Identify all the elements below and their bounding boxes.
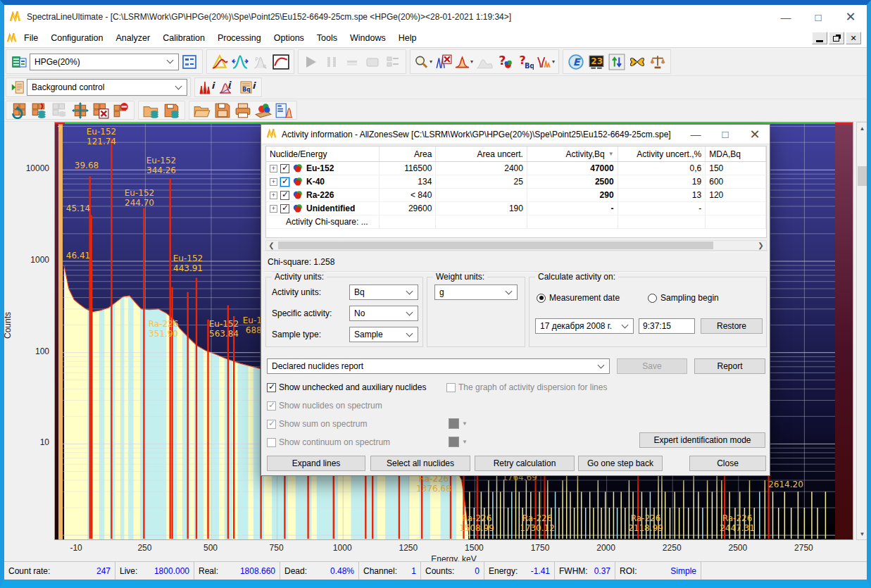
plot-vertical-scrollbar[interactable]: ▲ ▼ bbox=[856, 122, 867, 540]
task-combobox[interactable]: Background control bbox=[27, 79, 187, 96]
close-window-icon[interactable] bbox=[91, 101, 111, 120]
menu-item-processing[interactable]: Processing bbox=[211, 30, 268, 46]
show-unchecked-checkbox[interactable]: ✓Show unchecked and auxiliary nuclides bbox=[267, 382, 426, 392]
mdi-restore-button[interactable] bbox=[829, 32, 844, 44]
column-header[interactable]: Nuclide/Energy bbox=[266, 146, 380, 161]
balance-icon[interactable] bbox=[648, 53, 668, 71]
activity-question-icon[interactable]: ?Bq bbox=[515, 53, 535, 71]
menu-item-calibration[interactable]: Calibration bbox=[156, 30, 211, 46]
energy-scale-icon[interactable]: E bbox=[566, 53, 586, 71]
menu-item-options[interactable]: Options bbox=[268, 30, 311, 46]
color-swatch[interactable] bbox=[449, 418, 459, 429]
peak-search-icon[interactable] bbox=[230, 53, 250, 71]
color-swatch[interactable] bbox=[449, 437, 459, 447]
geometry-calibration-icon[interactable] bbox=[210, 53, 230, 71]
radio-icon[interactable] bbox=[648, 294, 657, 303]
save-file-icon[interactable] bbox=[213, 101, 232, 120]
select-all-nuclides-button[interactable]: Select all nuclides bbox=[370, 456, 470, 471]
save-to-db-icon[interactable] bbox=[162, 101, 182, 120]
continuum-color-picker[interactable]: ▼ bbox=[443, 437, 468, 447]
table-row[interactable]: +✓Unidentified29600190-- bbox=[266, 202, 766, 215]
specific-activity-combobox[interactable]: No bbox=[349, 306, 418, 321]
menu-item-windows[interactable]: Windows bbox=[344, 30, 392, 46]
sample-type-combobox[interactable]: Sample bbox=[349, 327, 418, 342]
dialog-maximize-button[interactable]: □ bbox=[710, 125, 740, 144]
delete-peaks-icon[interactable] bbox=[434, 53, 453, 71]
report-type-combobox[interactable]: Declared nuclides report bbox=[267, 358, 610, 374]
table-horizontal-scrollbar[interactable]: ❮ ❯ bbox=[265, 240, 767, 251]
table-row[interactable]: +✓Eu-1521165002400470000,6150 bbox=[266, 162, 766, 175]
go-one-step-back-button[interactable]: Go one step back bbox=[578, 456, 663, 471]
refresh-windows-icon[interactable] bbox=[9, 101, 29, 120]
open-file-icon[interactable] bbox=[192, 101, 212, 120]
nuclide-checkbox[interactable]: ✓ bbox=[280, 204, 289, 213]
menu-item-help[interactable]: Help bbox=[392, 30, 423, 46]
column-header[interactable]: Activity,Bq▼ bbox=[527, 146, 618, 161]
column-header[interactable]: Area bbox=[380, 146, 437, 161]
expand-row-icon[interactable]: + bbox=[270, 192, 277, 199]
sampling-begin-radio[interactable]: Sampling begin bbox=[648, 293, 719, 303]
expand-row-icon[interactable]: + bbox=[270, 165, 277, 173]
nuclide-table[interactable]: Nuclide/EnergyAreaArea uncert.Activity,B… bbox=[265, 146, 767, 238]
measurement-date-radio[interactable]: Measurement date bbox=[537, 293, 620, 303]
column-header[interactable]: MDA,Bq bbox=[706, 146, 766, 161]
weight-units-combobox[interactable]: g bbox=[434, 284, 518, 300]
load-window-set-icon[interactable] bbox=[30, 101, 49, 120]
report-button[interactable]: Report bbox=[694, 358, 765, 374]
scroll-down-icon[interactable]: ▼ bbox=[857, 528, 867, 539]
menu-item-tools[interactable]: Tools bbox=[311, 30, 344, 46]
scroll-up-icon[interactable]: ▲ bbox=[857, 123, 867, 134]
menu-item-configuration[interactable]: Configuration bbox=[44, 30, 109, 46]
time-field[interactable]: 9:37:15 bbox=[639, 318, 695, 334]
checkbox-icon[interactable]: ✓ bbox=[267, 383, 276, 392]
scroll-left-icon[interactable]: ❮ bbox=[266, 241, 277, 250]
scroll-thumb[interactable] bbox=[858, 166, 867, 186]
mdi-minimize-button[interactable] bbox=[812, 32, 827, 44]
sum-color-picker[interactable]: ▼ bbox=[443, 418, 468, 429]
close-all-windows-icon[interactable] bbox=[111, 101, 131, 120]
efficiency-curve-icon[interactable] bbox=[271, 53, 291, 71]
close-button[interactable]: ✕ bbox=[834, 5, 867, 29]
save-button[interactable]: Save bbox=[617, 358, 687, 374]
nuclide-checkbox[interactable]: ✓ bbox=[280, 164, 289, 173]
detector-combobox[interactable]: HPGe(20%) bbox=[30, 54, 179, 70]
column-header[interactable]: Activity uncert.,% bbox=[618, 146, 706, 161]
scroll-thumb[interactable] bbox=[278, 242, 713, 249]
colors-icon[interactable] bbox=[253, 101, 273, 120]
print-icon[interactable] bbox=[233, 101, 253, 120]
spectra-panel-icon[interactable] bbox=[9, 53, 29, 71]
peak-shape-icon[interactable]: ▾ bbox=[454, 53, 474, 71]
dialog-minimize-button[interactable]: — bbox=[681, 125, 710, 144]
maximize-button[interactable]: □ bbox=[802, 5, 834, 29]
expand-row-icon[interactable]: + bbox=[270, 178, 277, 186]
sort-order-icon[interactable] bbox=[607, 53, 627, 71]
radio-icon[interactable] bbox=[537, 294, 546, 303]
column-header[interactable]: Area uncert. bbox=[436, 146, 527, 161]
nuclide-library-icon[interactable] bbox=[627, 53, 647, 71]
menu-item-analyzer[interactable]: Analyzer bbox=[110, 30, 157, 46]
open-from-db-icon[interactable] bbox=[142, 101, 161, 120]
date-combobox[interactable]: 17 декабря 2008 г. bbox=[535, 318, 634, 334]
scroll-right-icon[interactable]: ❯ bbox=[756, 241, 766, 250]
run-task-icon[interactable] bbox=[9, 78, 26, 96]
start-acquisition-icon[interactable] bbox=[301, 53, 321, 71]
peak-info-icon[interactable]: i bbox=[218, 78, 238, 96]
activity-info-icon[interactable]: Bqi bbox=[239, 78, 258, 96]
nuclide-checkbox[interactable]: ✓ bbox=[280, 191, 289, 200]
nuclide-lines-icon[interactable]: ▾ bbox=[536, 53, 556, 71]
expert-mode-button[interactable]: Expert identification mode bbox=[639, 432, 765, 448]
table-row[interactable]: +✓Ra-226< 84029013120 bbox=[266, 189, 766, 202]
mdi-close-button[interactable]: ✕ bbox=[846, 32, 861, 44]
restore-button[interactable]: Restore bbox=[701, 318, 763, 334]
dialog-close-button[interactable]: ✕ bbox=[740, 125, 770, 144]
expand-row-icon[interactable]: + bbox=[270, 205, 277, 213]
expand-lines-button[interactable]: Expand lines bbox=[267, 456, 365, 471]
table-row[interactable]: +✓K-4013425250019600 bbox=[266, 175, 766, 189]
adc-settings-icon[interactable]: 23 bbox=[587, 53, 606, 71]
retry-calculation-button[interactable]: Retry calculation bbox=[475, 456, 575, 471]
spectrum-info-icon[interactable]: i bbox=[198, 78, 218, 96]
activity-units-combobox[interactable]: Bq bbox=[349, 284, 418, 300]
arrange-windows-icon[interactable] bbox=[70, 101, 90, 120]
close-dialog-button[interactable]: Close bbox=[689, 456, 766, 471]
report-view-icon[interactable] bbox=[274, 101, 294, 120]
